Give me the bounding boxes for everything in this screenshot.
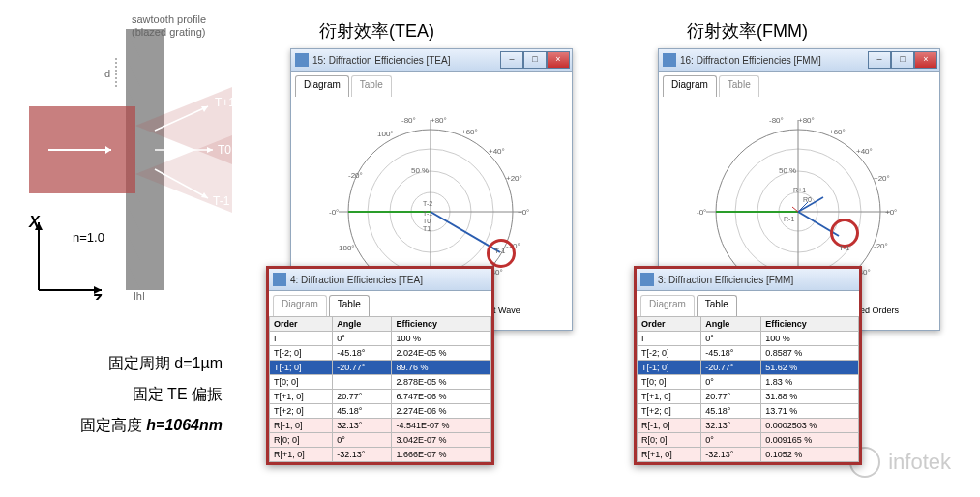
tab-table[interactable]: Table (329, 295, 370, 316)
tab-table[interactable]: Table (351, 75, 392, 97)
tab-diagram[interactable]: Diagram (663, 75, 717, 97)
svg-text:+60°: +60° (829, 128, 846, 136)
table-row[interactable]: T[+2; 0]45.18°13.71 % (638, 404, 859, 419)
fmm-table: OrderAngleEfficiency I0°100 %T[-2; 0]-45… (637, 316, 859, 462)
svg-text:T1: T1 (423, 225, 431, 232)
parameter-text: 固定周期 d=1µm 固定 TE 偏振 固定高度 h=1064nm (29, 348, 223, 441)
svg-text:+40°: +40° (489, 147, 505, 156)
table-row[interactable]: T[-1; 0]-20.77°89.76 % (270, 361, 491, 375)
tea-window-title: 15: Diffraction Efficiencies [TEA] (312, 55, 450, 66)
table-row[interactable]: R[-1; 0]32.13°0.0002503 % (638, 419, 859, 433)
svg-text:100°: 100° (377, 130, 394, 138)
tab-diagram[interactable]: Diagram (295, 75, 349, 97)
tea-table-title: 4: Diffraction Efficiencies [TEA] (290, 275, 423, 285)
svg-text:Z: Z (91, 292, 103, 300)
svg-text:+20°: +20° (506, 174, 522, 183)
svg-text:180°: 180° (339, 244, 355, 252)
minimize-button[interactable]: – (500, 51, 523, 69)
table-row[interactable]: R[-1; 0]32.13°-4.541E-07 % (270, 419, 491, 433)
t0: T0 (218, 143, 231, 157)
svg-text:R-1: R-1 (784, 216, 794, 222)
close-button[interactable]: × (914, 51, 937, 69)
table-row[interactable]: R[+1; 0]-32.13°1.666E-07 % (270, 448, 491, 462)
svg-text:+40°: +40° (856, 147, 873, 156)
watermark: infotek (849, 447, 951, 478)
svg-text:-80°: -80° (401, 116, 416, 125)
svg-text:50 %: 50 % (779, 166, 796, 175)
window-icon (273, 273, 286, 286)
table-row[interactable]: R[0; 0]0°3.042E-07 % (270, 433, 491, 448)
table-row[interactable]: T[0; 0]2.878E-05 % (270, 375, 491, 390)
svg-text:-80°: -80° (769, 116, 784, 125)
svg-text:-20°: -20° (874, 242, 888, 250)
table-row[interactable]: R[0; 0]0°0.009165 % (638, 433, 859, 448)
table-row[interactable]: I0°100 % (638, 332, 859, 346)
t-minus1-label: T-1 (494, 247, 506, 255)
table-row[interactable]: T[+1; 0]20.77°31.88 % (638, 390, 859, 404)
maximize-button[interactable]: □ (891, 51, 914, 69)
t-minus1: T-1 (213, 194, 230, 208)
table-row[interactable]: R[+1; 0]-32.13°0.1052 % (638, 448, 859, 462)
svg-text:T-2: T-2 (423, 200, 432, 207)
svg-text:+20°: +20° (874, 174, 890, 183)
svg-text:-20°: -20° (348, 171, 363, 180)
fmm-table-window: 3: Diffraction Efficiencies [FMM] Diagra… (634, 266, 862, 465)
tea-table: OrderAngleEfficiency I0°100 %T[-2; 0]-45… (269, 316, 491, 462)
table-row[interactable]: I0°100 % (270, 332, 491, 346)
svg-text:-0°: -0° (697, 208, 706, 217)
svg-text:d: d (104, 68, 110, 79)
close-button[interactable]: × (547, 51, 570, 69)
svg-text:+80°: +80° (798, 116, 815, 125)
table-row[interactable]: T[-2; 0]-45.18°0.8587 % (638, 346, 859, 361)
svg-text:X: X (28, 214, 41, 230)
window-icon (663, 53, 676, 67)
table-row[interactable]: T[0; 0]0°1.83 % (638, 375, 859, 390)
table-row[interactable]: T[-1; 0]-20.77°51.62 % (638, 361, 859, 375)
svg-text:|h|: |h| (134, 290, 145, 300)
svg-text:R+1: R+1 (793, 187, 806, 193)
svg-text:R0: R0 (803, 196, 812, 203)
tea-table-window: 4: Diffraction Efficiencies [TEA] Diagra… (266, 266, 494, 465)
tab-diagram[interactable]: Diagram (640, 295, 695, 316)
maximize-button[interactable]: □ (523, 51, 547, 69)
minimize-button[interactable]: – (868, 51, 891, 69)
grating-diagram: T+1 T0 T-1 n=1.0 n=1.5 sawtooth profile … (19, 10, 242, 300)
table-row[interactable]: T[+1; 0]20.77°6.747E-06 % (270, 390, 491, 404)
n2: n=1.5 (164, 230, 196, 245)
svg-text:50 %: 50 % (411, 166, 429, 175)
svg-text:T0: T0 (423, 218, 431, 224)
svg-text:(blazed grating): (blazed grating) (132, 26, 205, 38)
tab-diagram[interactable]: Diagram (273, 295, 327, 316)
t-minus1-label: T-1 (839, 244, 850, 252)
n1: n=1.0 (73, 230, 104, 245)
table-row[interactable]: T[-2; 0]-45.18°2.024E-05 % (270, 346, 491, 361)
tab-table[interactable]: Table (697, 295, 737, 316)
fmm-window-title: 16: Diffraction Efficiencies [FMM] (680, 55, 821, 66)
profile-label: sawtooth profile (132, 14, 206, 25)
svg-text:+80°: +80° (431, 116, 447, 125)
tea-heading: 衍射效率(TEA) (319, 19, 434, 43)
svg-text:+0°: +0° (518, 208, 529, 217)
svg-text:+0°: +0° (885, 208, 897, 217)
tab-table[interactable]: Table (719, 75, 759, 97)
svg-text:+60°: +60° (461, 128, 478, 136)
svg-text:T-1: T-1 (423, 210, 432, 217)
window-icon (295, 53, 309, 67)
table-row[interactable]: T[+2; 0]45.18°2.274E-06 % (270, 404, 491, 419)
fmm-table-title: 3: Diffraction Efficiencies [FMM] (658, 275, 793, 285)
fmm-heading: 衍射效率(FMM) (687, 19, 808, 43)
window-icon (640, 273, 654, 286)
t-plus1: T+1 (215, 96, 235, 109)
svg-text:-0°: -0° (329, 208, 339, 217)
